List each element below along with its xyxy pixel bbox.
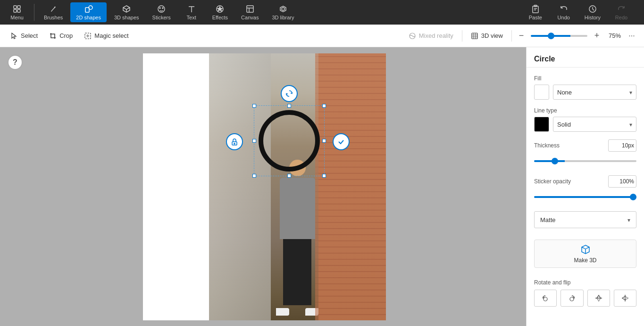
make3d-button[interactable]: Make 3D [534,240,636,268]
zoom-slider[interactable] [531,35,587,37]
confirm-button[interactable] [333,133,350,150]
linetype-option-text: Solid [557,121,571,128]
flip-horizontal-button[interactable] [614,290,636,307]
thickness-slider[interactable] [534,160,636,162]
canvas-button[interactable]: Canvas [235,2,264,22]
stickers-label: Stickers [152,15,171,20]
svg-rect-2 [14,9,17,12]
sec-sep-2 [511,30,512,42]
shapes3d-button[interactable]: 3D shapes [109,2,145,22]
undo-button[interactable]: Undo [551,2,577,22]
text-label: Text [187,15,196,20]
rotate-left-button[interactable] [534,290,557,307]
effects-button[interactable]: Effects [207,2,234,22]
circle-shape-svg[interactable] [256,108,322,174]
svg-rect-3 [17,9,20,12]
help-button[interactable]: ? [8,55,23,70]
select-tool-button[interactable]: Select [6,29,42,43]
svg-point-10 [162,8,163,9]
linetype-label: Line type [534,107,636,114]
zoom-in-button[interactable]: + [591,30,602,42]
svg-point-9 [159,8,160,9]
brushes-label: Brushes [44,15,63,20]
svg-rect-19 [533,6,538,13]
linetype-row: Solid [534,117,636,132]
matte-dropdown[interactable]: Matte [534,211,636,228]
lock-button[interactable] [226,133,243,150]
fill-section: Fill None [527,71,644,103]
make3d-label: Make 3D [574,257,596,264]
effects-label: Effects [212,15,228,20]
fill-label: Fill [534,75,636,82]
canvas-label: Canvas [241,15,259,20]
shape-selection-wrapper [256,108,322,176]
fill-chevron-icon [629,89,632,96]
toolbar-right: Paste Undo History Redo [522,2,635,22]
svg-rect-27 [472,33,477,39]
fill-option-text: None [557,89,572,96]
brushes-button[interactable]: Brushes [38,2,68,22]
fill-row: None [534,85,636,100]
shapes2d-button[interactable]: 2D shapes [70,2,107,22]
right-shoe [305,308,318,316]
svg-line-24 [593,9,594,10]
left-wall [209,53,271,320]
zoom-control: − + 75% [516,30,623,42]
left-shoe [276,308,289,316]
panel-divider-1 [527,67,644,68]
menu-button[interactable]: Menu [4,2,30,22]
zoom-out-button[interactable]: − [516,30,527,42]
rotate-right-button[interactable] [560,290,583,307]
rotate-handle[interactable] [281,85,298,102]
threedview-label: 3D view [481,32,503,39]
flip-vertical-button[interactable] [587,290,610,307]
shapes3d-label: 3D shapes [114,15,139,20]
stickers-button[interactable]: Stickers [147,2,176,22]
svg-rect-14 [247,6,253,12]
secondary-toolbar: Select Crop Magic select Mixed reality 3… [0,25,644,47]
opacity-slider[interactable] [534,196,636,198]
sec-sep-1 [462,30,462,42]
thickness-section: Thickness [527,136,644,172]
right-panel: Circle Fill None Line type Solid [526,47,644,326]
make3d-section: Make 3D [527,236,644,275]
matte-label: Matte [540,216,556,223]
paste-label: Paste [529,15,542,20]
text-button[interactable]: Text [178,2,205,22]
more-options-button[interactable]: ··· [625,29,638,43]
line-color-swatch[interactable] [534,117,549,132]
person-torso [280,178,315,239]
svg-point-32 [261,112,318,169]
svg-rect-1 [17,6,20,9]
paste-button[interactable]: Paste [522,2,549,22]
rotate-flip-section: Rotate and flip [527,275,644,310]
opacity-label: Sticker opacity [534,178,571,185]
menu-label: Menu [10,15,24,20]
rotate-flip-row [534,290,636,307]
fill-dropdown[interactable]: None [553,85,636,100]
toolbar-sep-1 [34,4,34,21]
person-legs [283,239,311,305]
matte-section: Matte [527,207,644,236]
right-wall [318,53,386,320]
crop-tool-button[interactable]: Crop [44,29,77,43]
thickness-row: Thickness [534,139,636,152]
linetype-dropdown[interactable]: Solid [553,117,636,132]
svg-point-36 [544,297,547,301]
threed-view-button[interactable]: 3D view [466,30,508,42]
magic-select-button[interactable]: Magic select [79,29,133,43]
thickness-label: Thickness [534,142,560,149]
canvas-bg-left [143,53,209,320]
library3d-button[interactable]: 3D library [266,2,300,22]
redo-button[interactable]: Redo [608,2,635,22]
opacity-input[interactable] [608,175,636,188]
mixed-reality-button[interactable]: Mixed reality [404,30,458,42]
fill-color-swatch[interactable] [534,85,549,100]
thickness-input[interactable] [608,139,636,152]
panel-title: Circle [527,47,644,67]
matte-chevron-icon [627,216,630,223]
history-label: History [585,15,601,20]
crop-label: Crop [59,32,73,39]
canvas-area[interactable]: ? [0,47,526,326]
history-button[interactable]: History [579,2,606,22]
